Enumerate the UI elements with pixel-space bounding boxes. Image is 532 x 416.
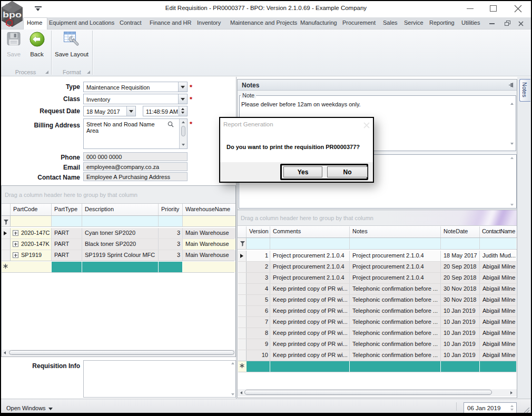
- svg-text:bpo: bpo: [3, 10, 22, 19]
